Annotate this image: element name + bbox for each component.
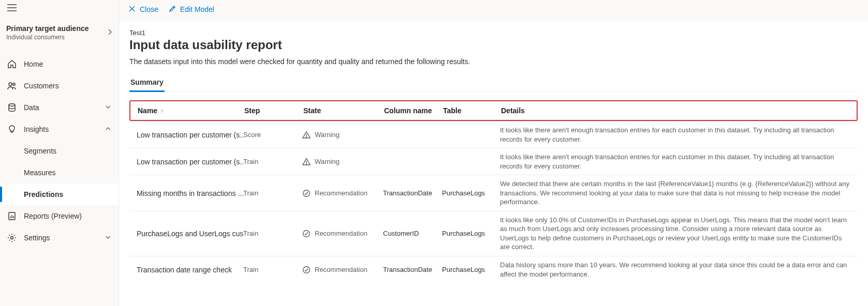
sidebar-item-label: Customers: [24, 82, 111, 90]
page-title: Input data usability report: [129, 38, 858, 52]
state-text: Warning: [315, 158, 340, 165]
sidebar-sub-measures[interactable]: Measures: [0, 162, 119, 183]
sidebar-sub-label: Predictions: [24, 190, 63, 198]
breadcrumb: Test1: [129, 29, 858, 37]
context-switcher[interactable]: Primary target audience Individual consu…: [0, 16, 119, 46]
sidebar-item-insights[interactable]: Insights: [0, 118, 119, 140]
gear-icon: [7, 233, 17, 242]
cell-details: It looks like only 10.0% of CustomerIDs …: [500, 216, 850, 252]
table-body: Low transaction per customer (s...ScoreW…: [129, 121, 858, 283]
cell-name: Transaction date range check: [137, 266, 243, 274]
cell-state: Warning: [302, 131, 383, 139]
sidebar-item-label: Insights: [24, 125, 105, 133]
svg-point-11: [11, 237, 13, 239]
cell-details: It looks like there aren't enough transa…: [500, 152, 850, 171]
nav: Home Customers Data Insights: [0, 53, 119, 249]
sidebar-item-label: Home: [24, 60, 111, 68]
cell-step: Train: [243, 189, 302, 197]
cell-details: We detected that there are certain month…: [500, 179, 850, 207]
content: Test1 Input data usability report The da…: [119, 22, 868, 306]
table-row[interactable]: Low transaction per customer (s...TrainW…: [129, 148, 858, 175]
svg-point-21: [303, 190, 310, 196]
hamburger-menu[interactable]: [0, 0, 119, 16]
table-row[interactable]: Missing months in transactions ...TrainR…: [129, 175, 858, 211]
sidebar-item-label: Reports (Preview): [24, 212, 111, 220]
svg-point-20: [306, 163, 306, 164]
close-button[interactable]: Close: [128, 5, 158, 14]
sidebar-item-settings[interactable]: Settings: [0, 227, 119, 249]
state-text: Warning: [315, 131, 340, 139]
svg-point-3: [9, 83, 12, 86]
sidebar-item-reports[interactable]: Reports (Preview): [0, 205, 119, 227]
tabstrip: Summary: [129, 75, 858, 92]
col-header-table[interactable]: Table: [443, 106, 501, 115]
cell-step: Train: [243, 266, 302, 273]
col-header-details[interactable]: Details: [501, 106, 849, 115]
cell-step: Train: [243, 158, 302, 165]
svg-point-23: [303, 266, 310, 273]
edit-icon: [169, 5, 176, 14]
cell-name: PurchaseLogs and UserLogs cus...: [137, 230, 243, 238]
col-header-column-name[interactable]: Column name: [384, 106, 443, 115]
cell-state: Recommendation: [302, 189, 383, 197]
cell-column-name: CustomerID: [383, 230, 442, 237]
tab-label: Summary: [130, 78, 164, 86]
sidebar-item-home[interactable]: Home: [0, 53, 119, 75]
main: Close Edit Model Test1 Input data usabil…: [119, 0, 868, 306]
table-row[interactable]: Low transaction per customer (s...ScoreW…: [129, 121, 858, 148]
check-circle-icon: [302, 189, 311, 197]
table-row[interactable]: PurchaseLogs and UserLogs cus...TrainRec…: [129, 211, 858, 256]
cell-state: Warning: [302, 158, 383, 166]
chevron-right-icon: [107, 28, 112, 37]
context-subtitle: Individual consumers: [6, 34, 89, 41]
state-text: Recommendation: [315, 266, 367, 273]
cell-name: Low transaction per customer (s...: [137, 131, 243, 139]
home-icon: [7, 59, 17, 69]
cell-state: Recommendation: [302, 230, 383, 238]
cell-table: PurchaseLogs: [442, 189, 500, 197]
cell-name: Low transaction per customer (s...: [137, 158, 243, 166]
edit-label: Edit Model: [180, 5, 214, 13]
edit-model-button[interactable]: Edit Model: [169, 5, 214, 14]
cell-step: Train: [243, 230, 302, 237]
svg-point-22: [303, 231, 310, 237]
cell-details: It looks like there aren't enough transa…: [500, 126, 850, 144]
results-table-header-highlight: Name ↑ Step State Column name Table Deta…: [129, 100, 858, 121]
close-label: Close: [140, 5, 158, 13]
state-text: Recommendation: [315, 189, 367, 197]
col-header-state[interactable]: State: [303, 106, 384, 115]
page-description: The datasets input into this model were …: [129, 57, 858, 66]
svg-point-5: [9, 104, 15, 106]
tab-summary[interactable]: Summary: [129, 75, 165, 91]
context-title: Primary target audience: [6, 24, 89, 33]
sidebar-item-data[interactable]: Data: [0, 97, 119, 118]
cell-table: PurchaseLogs: [442, 230, 500, 237]
data-icon: [7, 103, 17, 112]
cell-state: Recommendation: [302, 266, 383, 274]
check-circle-icon: [302, 230, 311, 238]
svg-point-17: [306, 136, 306, 137]
cell-name: Missing months in transactions ...: [137, 189, 243, 197]
sidebar-sub-predictions[interactable]: Predictions: [0, 183, 119, 205]
table-row[interactable]: Transaction date range checkTrainRecomme…: [129, 256, 858, 283]
sidebar-item-customers[interactable]: Customers: [0, 75, 119, 97]
sidebar-sub-label: Segments: [24, 147, 56, 155]
col-header-name[interactable]: Name ↑: [138, 106, 244, 115]
sidebar-sub-segments[interactable]: Segments: [0, 140, 119, 162]
sidebar: Primary target audience Individual consu…: [0, 0, 119, 306]
warning-icon: [302, 131, 311, 139]
reports-icon: [7, 211, 17, 221]
cell-column-name: TransactionDate: [383, 266, 442, 273]
col-header-step[interactable]: Step: [244, 106, 303, 115]
sidebar-item-label: Data: [24, 103, 105, 112]
sidebar-item-label: Settings: [24, 234, 105, 242]
command-bar: Close Edit Model: [119, 0, 868, 19]
cell-table: PurchaseLogs: [442, 266, 500, 273]
insights-icon: [7, 125, 17, 134]
chevron-down-icon: [105, 234, 111, 242]
sort-asc-icon: ↑: [160, 108, 164, 114]
close-icon: [128, 5, 136, 14]
customers-icon: [7, 81, 17, 90]
cell-step: Score: [243, 131, 302, 139]
table-header-row: Name ↑ Step State Column name Table Deta…: [130, 101, 857, 120]
